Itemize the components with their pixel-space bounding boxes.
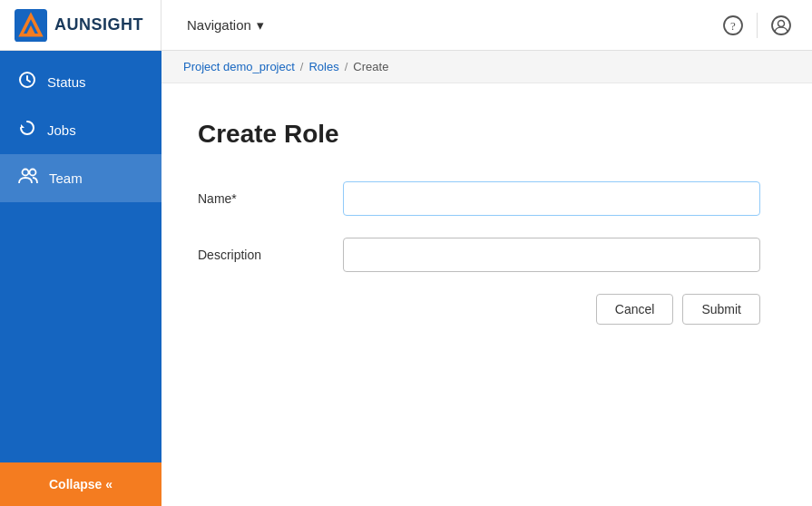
content-area: Project demo_project / Roles / Create Cr… [161,51,812,506]
user-button[interactable] [765,9,797,42]
sidebar-nav: Status Jobs [0,51,161,462]
user-icon [771,15,791,35]
name-input[interactable] [343,181,760,216]
help-icon: ? [723,15,743,35]
page-title: Create Role [198,120,776,149]
svg-point-6 [778,20,785,26]
sidebar-item-jobs[interactable]: Jobs [0,106,161,154]
collapse-button[interactable]: Collapse « [0,462,161,506]
logo-area: AUNSIGHT [0,0,161,50]
cancel-button[interactable]: Cancel [596,294,674,325]
sidebar-jobs-label: Jobs [47,122,76,138]
jobs-icon [18,119,36,141]
sidebar-status-label: Status [47,74,86,90]
logo-icon [15,9,47,42]
sidebar-item-status[interactable]: Status [0,58,161,106]
breadcrumb-current: Create [353,60,388,73]
collapse-label: Collapse « [49,477,113,491]
navigation-label: Navigation [187,17,251,33]
vertical-divider [757,13,758,38]
navigation-button[interactable]: Navigation ▾ [180,12,271,39]
name-row: Name* [198,181,776,216]
form-area: Create Role Name* Description Cancel Sub… [161,83,812,361]
svg-marker-8 [21,124,24,128]
description-label: Description [198,248,343,262]
description-row: Description [198,238,776,272]
breadcrumb: Project demo_project / Roles / Create [161,51,812,83]
breadcrumb-project-link[interactable]: Project demo_project [183,60,295,73]
breadcrumb-roles-link[interactable]: Roles [308,60,338,73]
sidebar-team-label: Team [49,170,83,186]
svg-point-9 [23,170,29,176]
header-icons: ? [717,9,812,42]
svg-text:?: ? [730,19,736,33]
status-icon [18,71,36,93]
breadcrumb-sep-2: / [345,60,348,73]
chevron-down-icon: ▾ [257,17,264,34]
header-nav: Navigation ▾ [161,12,717,39]
submit-button[interactable]: Submit [682,294,760,325]
main-layout: Status Jobs [0,51,812,506]
name-label: Name* [198,191,343,206]
svg-point-10 [30,170,36,176]
logo-text: AUNSIGHT [54,15,143,34]
sidebar: Status Jobs [0,51,161,506]
form-actions: Cancel Submit [198,294,760,325]
sidebar-item-team[interactable]: Team [0,154,161,202]
description-input[interactable] [343,238,760,272]
breadcrumb-sep-1: / [300,60,304,73]
team-icon [18,167,38,190]
help-button[interactable]: ? [717,9,749,42]
app-header: AUNSIGHT Navigation ▾ ? [0,0,812,51]
